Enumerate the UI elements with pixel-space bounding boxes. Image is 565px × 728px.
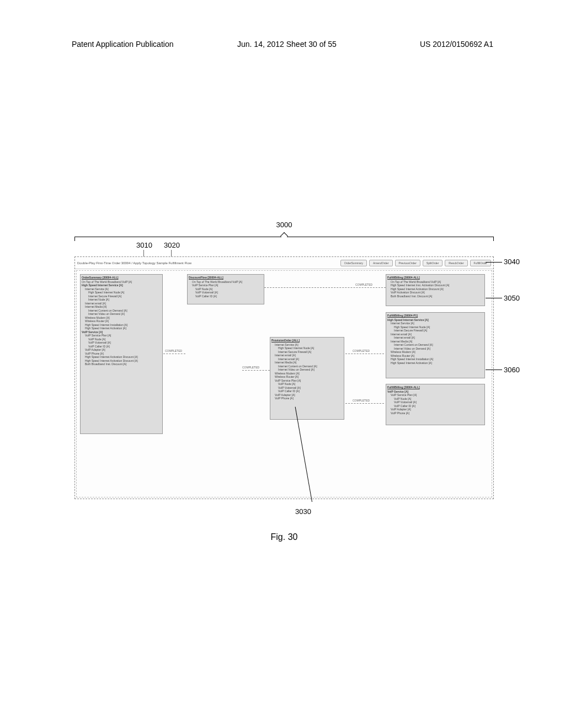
btn-split-order[interactable]: SplitOrder bbox=[423, 260, 443, 266]
panel-fulfill-billing-2: FulfillBilling [30004-P1] High Speed Int… bbox=[386, 312, 485, 378]
line: High Speed Internet Activation [A] bbox=[387, 361, 483, 365]
header-center: Jun. 14, 2012 Sheet 30 of 55 bbox=[237, 40, 337, 49]
header-right: US 2012/0150692 A1 bbox=[420, 40, 493, 49]
window-titlebar: Double-Play First-Time Order 30004 / App… bbox=[75, 257, 493, 269]
connector-line bbox=[163, 354, 185, 354]
connector-line bbox=[345, 403, 384, 404]
panel-title: FulfillBilling [30004-P1] bbox=[387, 314, 483, 318]
connector-label: COMPLETED bbox=[165, 349, 182, 352]
figure-ref-3010: 3010 bbox=[136, 241, 152, 249]
line: VoIP Phone [A] bbox=[387, 411, 483, 415]
panel-title: DiscountFlow [30004-ALL] bbox=[189, 276, 263, 280]
figure-ref-3020: 3020 bbox=[164, 241, 180, 249]
panel-title: FulfillBilling [30004-ALL] bbox=[387, 276, 483, 280]
line: VoIP Phone [A] bbox=[271, 397, 343, 400]
panel-order-summary: OrderSummary [30004-ALL] On Top of The W… bbox=[80, 274, 163, 434]
line: VoIP Caller ID [A] bbox=[189, 295, 263, 298]
figure-brace bbox=[74, 233, 494, 240]
figure-caption: Fig. 30 bbox=[74, 532, 494, 542]
window-title: Double-Play First-Time Order 30004 / App… bbox=[77, 261, 338, 265]
connector-line bbox=[345, 354, 384, 354]
btn-fulfill-order[interactable]: FulfillOrder bbox=[470, 260, 491, 266]
panel-title: OrderSummary [30004-ALL] bbox=[82, 276, 161, 280]
connector-label: COMPLETED bbox=[353, 399, 370, 402]
panel-discount-flow: DiscountFlow [30004-ALL] On Top of The W… bbox=[187, 274, 264, 304]
header-left: Patent Application Publication bbox=[72, 40, 173, 49]
figure-ref-3030: 3030 bbox=[295, 507, 311, 516]
connector-label: COMPLETED bbox=[353, 349, 370, 352]
panel-provision-order: ProvisionOrder [ALL] Internet Service [A… bbox=[270, 337, 344, 420]
panel-fulfill-billing-1: FulfillBilling [30004-ALL] On Top of The… bbox=[386, 274, 485, 306]
figure-ref-3040: 3040 bbox=[504, 258, 520, 266]
panel-title: FulfillBilling [30004-ALL] bbox=[387, 386, 483, 389]
figure-ref-3000: 3000 bbox=[74, 221, 494, 229]
connector-line bbox=[264, 287, 386, 288]
connector-line bbox=[242, 370, 270, 371]
panel-fulfill-billing-3: FulfillBilling [30004-ALL] VoIP Service … bbox=[386, 384, 485, 425]
line: Both Broadband Inst. Discount [A] bbox=[387, 295, 483, 298]
connector-label: COMPLETED bbox=[242, 366, 259, 369]
diagram-window: Double-Play First-Time Order 30004 / App… bbox=[74, 256, 494, 499]
figure-ref-3060: 3060 bbox=[504, 366, 520, 374]
line: Both Broadband Inst. Discount [A] bbox=[82, 362, 161, 366]
btn-amend-order[interactable]: AmendOrder bbox=[369, 260, 393, 266]
panel-title: ProvisionOrder [ALL] bbox=[271, 339, 343, 342]
figure-ref-3050: 3050 bbox=[504, 294, 520, 302]
btn-resub-order[interactable]: ResubOrder bbox=[445, 260, 467, 266]
btn-order-summary[interactable]: OrderSummary bbox=[340, 260, 367, 266]
diagram-canvas: OrderSummary [30004-ALL] On Top of The W… bbox=[76, 270, 492, 497]
connector-label: COMPLETED bbox=[355, 283, 372, 286]
btn-previous-order[interactable]: PreviousOrder bbox=[395, 260, 420, 266]
